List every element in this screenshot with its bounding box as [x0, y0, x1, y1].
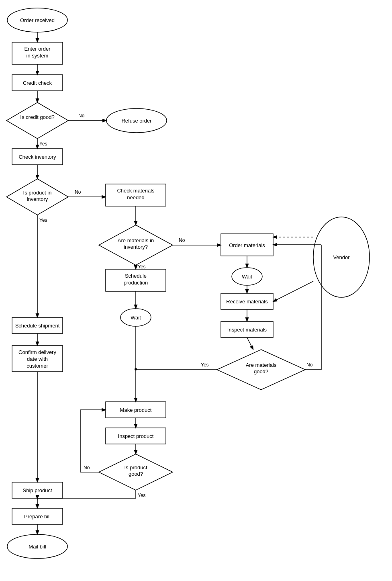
confirm-delivery-label3: customer — [27, 363, 48, 369]
are-materials-label2: inventory? — [124, 244, 148, 250]
schedule-shipment-label: Schedule shipment — [15, 323, 60, 329]
are-materials-good-label1: Are materials — [246, 362, 277, 368]
no-label-product-good: No — [84, 465, 90, 471]
check-materials-label2: needed — [127, 194, 144, 200]
ship-product-label: Ship product — [23, 487, 52, 493]
receive-materials-label: Receive materials — [226, 299, 268, 305]
vendor-label: Vendor — [333, 254, 350, 260]
is-product-label1: Is product in — [23, 190, 52, 196]
schedule-production-label1: Schedule — [125, 273, 147, 279]
is-credit-good-node — [6, 102, 68, 139]
schedule-production-label2: production — [124, 280, 148, 286]
inspect-product-label: Inspect product — [118, 433, 154, 439]
mail-bill-label: Mail bill — [29, 544, 46, 550]
wait-materials-label: Wait — [242, 274, 252, 280]
inspect-materials-label: Inspect materials — [227, 327, 267, 333]
flowchart: Order received Enter order in system Cre… — [0, 0, 392, 581]
is-credit-good-label: Is credit good? — [20, 114, 54, 120]
svg-text:in system: in system — [27, 53, 49, 59]
make-product-label: Make product — [120, 407, 152, 413]
credit-check-label: Credit check — [23, 80, 52, 86]
arrow-inspect-to-good — [247, 338, 253, 349]
prepare-bill-label: Prepare bill — [24, 513, 51, 520]
yes-label-product-good: Yes — [138, 493, 146, 498]
wait-production-label: Wait — [131, 315, 141, 321]
are-materials-good-label2: good? — [254, 368, 268, 374]
yes-label-credit: Yes — [39, 141, 47, 147]
check-inventory-label: Check inventory — [18, 154, 56, 160]
is-product-label2: inventory — [27, 196, 48, 202]
order-received-label: Order received — [20, 17, 55, 23]
yes-label-materials: Yes — [138, 264, 146, 270]
refuse-order-label: Refuse order — [121, 118, 152, 124]
yes-label-mat-good: Yes — [201, 362, 209, 368]
no-label-materials: No — [179, 237, 185, 243]
order-materials-label: Order materials — [229, 242, 265, 248]
check-materials-label1: Check materials — [117, 188, 155, 194]
no-label-mat-good: No — [306, 362, 313, 368]
are-materials-label1: Are materials in — [118, 237, 154, 243]
no-label-credit: No — [78, 113, 85, 119]
confirm-delivery-label1: Confirm delivery — [18, 349, 56, 355]
enter-order-label: Enter order — [24, 46, 51, 52]
is-product-good-label2: good? — [129, 471, 143, 477]
confirm-delivery-label2: date with — [27, 356, 48, 362]
is-product-good-label1: Is product — [124, 464, 147, 471]
join-dot-make-product — [135, 368, 137, 370]
arrow-vendor-to-receive — [274, 281, 313, 301]
no-label-inventory: No — [75, 189, 81, 195]
yes-label-inventory: Yes — [39, 217, 47, 223]
